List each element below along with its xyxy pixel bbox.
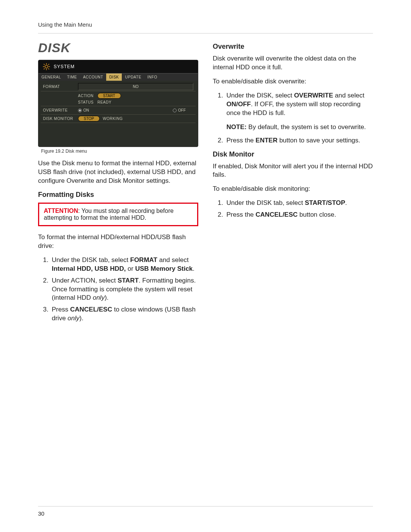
overwrite-step-2: Press the ENTER button to save your sett… — [225, 136, 373, 145]
shot-tabs: GENERAL TIME ACCOUNT DISK UPDATE INFO — [38, 73, 198, 81]
monitor-steps: Under the DISK tab, select START/STOP. P… — [213, 199, 373, 219]
attention-box: ATTENTION: You must stop all recording b… — [38, 203, 198, 226]
overwrite-p2: To enable/disable disk overwrite: — [213, 77, 373, 86]
overwrite-steps: Under the DISK, select OVERWRITE and sel… — [213, 91, 373, 118]
monitor-p1: If enabled, Disk Monitor will alert you … — [213, 162, 373, 180]
tab-disk[interactable]: DISK — [106, 73, 122, 81]
label-status: STATUS — [78, 100, 94, 104]
figure-caption: Figure 19.2 Disk menu — [41, 149, 198, 154]
overwrite-note: NOTE: By default, the system is set to o… — [213, 123, 373, 132]
stop-button[interactable]: STOP — [78, 116, 100, 121]
monitor-status: WORKING — [103, 117, 123, 121]
monitor-p2: To enable/disable disk monitoring: — [213, 185, 373, 193]
shot-title: SYSTEM — [54, 64, 75, 69]
radio-on[interactable]: ON — [78, 108, 89, 112]
overwrite-step-1: Under the DISK, select OVERWRITE and sel… — [225, 91, 373, 118]
monitor-head: Disk Monitor — [213, 150, 373, 158]
label-format: FORMAT — [41, 83, 76, 90]
overwrite-p1: Disk overwrite will overwrite the oldest… — [213, 54, 373, 72]
attention-label: ATTENTION — [44, 208, 78, 214]
section-title: DISK — [38, 40, 198, 55]
overwrite-head: Overwrite — [213, 43, 373, 51]
tab-general[interactable]: GENERAL — [38, 73, 64, 81]
monitor-step-2: Press the CANCEL/ESC button close. — [225, 211, 373, 219]
row-format: FORMAT NO — [41, 82, 196, 91]
tab-info[interactable]: INFO — [144, 73, 160, 81]
svg-line-7 — [44, 69, 45, 70]
page-number: 30 — [38, 510, 45, 517]
format-steps: Under the DISK tab, select FORMAT and se… — [38, 256, 198, 323]
svg-line-5 — [44, 64, 45, 65]
footer: 30 — [38, 506, 373, 517]
disk-intro: Use the Disk menu to format the internal… — [38, 159, 198, 185]
row-overwrite: OVERWRITE ON OFF — [41, 106, 196, 115]
columns: DISK SYSTEM GENERAL TIME ACCOUNT DISK UP… — [38, 40, 373, 506]
monitor-step-1: Under the DISK tab, select START/STOP. — [225, 199, 373, 208]
format-lead: To format the internal HDD/external HDD/… — [38, 233, 198, 251]
label-action: ACTION — [78, 94, 94, 98]
row-action: ACTION START STATUS READY — [41, 91, 196, 106]
running-head: Using the Main Menu — [38, 21, 373, 28]
left-column: DISK SYSTEM GENERAL TIME ACCOUNT DISK UP… — [38, 40, 198, 506]
label-monitor: DISK MONITOR — [41, 115, 76, 122]
tab-account[interactable]: ACCOUNT — [80, 73, 106, 81]
status-value: READY — [97, 100, 112, 104]
empty-area — [41, 123, 196, 144]
svg-point-0 — [45, 65, 48, 68]
start-button[interactable]: START — [97, 93, 121, 99]
overwrite-steps-2: Press the ENTER button to save your sett… — [213, 136, 373, 145]
svg-line-6 — [48, 69, 49, 70]
format-step-3: Press CANCEL/ESC to close windows (USB f… — [50, 305, 198, 323]
disk-menu-screenshot: SYSTEM GENERAL TIME ACCOUNT DISK UPDATE … — [38, 60, 198, 147]
top-separator — [38, 33, 373, 34]
gear-icon — [42, 62, 51, 71]
label-overwrite: OVERWRITE — [41, 107, 76, 114]
formatting-head: Formatting Disks — [38, 191, 198, 199]
format-step-1: Under the DISK tab, select FORMAT and se… — [50, 256, 198, 273]
radio-off[interactable]: OFF — [173, 108, 186, 112]
format-step-2: Under ACTION, select START. Formatting b… — [50, 276, 198, 303]
row-monitor: DISK MONITOR STOP WORKING — [41, 115, 196, 123]
format-select[interactable]: NO — [78, 83, 193, 90]
tab-time[interactable]: TIME — [64, 73, 80, 81]
right-column: Overwrite Disk overwrite will overwrite … — [213, 40, 373, 506]
shot-body: FORMAT NO ACTION START — [38, 81, 198, 147]
shot-header: SYSTEM — [38, 60, 198, 73]
tab-update[interactable]: UPDATE — [122, 73, 144, 81]
svg-line-8 — [48, 64, 49, 65]
page: Using the Main Menu DISK SYSTEM GENERAL … — [0, 0, 411, 532]
